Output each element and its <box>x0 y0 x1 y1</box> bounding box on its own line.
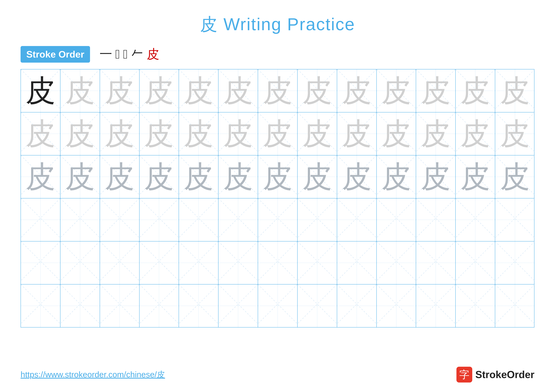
grid-cell-r3c7[interactable]: 皮 <box>258 156 298 198</box>
grid-cell-r3c10[interactable]: 皮 <box>377 156 416 198</box>
grid-row-2: 皮 皮 皮 皮 皮 皮 皮 皮 皮 皮 皮 皮 皮 <box>21 112 534 156</box>
grid-cell-r6c3[interactable] <box>100 285 139 327</box>
grid-cell-r2c1[interactable]: 皮 <box>21 112 60 155</box>
grid-cell-r3c9[interactable]: 皮 <box>337 156 377 198</box>
grid-cell-r6c4[interactable] <box>139 285 179 327</box>
grid-cell-r2c8[interactable]: 皮 <box>298 112 337 155</box>
grid-cell-r4c10[interactable] <box>377 199 416 241</box>
grid-cell-r6c1[interactable] <box>21 285 60 327</box>
grid-cell-r2c7[interactable]: 皮 <box>258 112 298 155</box>
svg-line-143 <box>258 285 297 324</box>
grid-cell-r4c4[interactable] <box>139 199 179 241</box>
svg-line-107 <box>60 242 100 281</box>
grid-cell-r1c6[interactable]: 皮 <box>219 69 258 112</box>
svg-line-122 <box>377 242 416 281</box>
grid-cell-r2c5[interactable]: 皮 <box>179 112 219 155</box>
grid-cell-r6c8[interactable] <box>298 285 337 327</box>
grid-cell-r6c12[interactable] <box>456 285 495 327</box>
grid-cell-r4c8[interactable] <box>298 199 337 241</box>
grid-cell-r2c2[interactable]: 皮 <box>60 112 100 155</box>
svg-line-152 <box>456 285 495 324</box>
grid-cell-r5c12[interactable] <box>456 242 495 284</box>
grid-cell-r5c8[interactable] <box>298 242 337 284</box>
grid-cell-r5c9[interactable] <box>337 242 377 284</box>
grid-cell-r4c12[interactable] <box>456 199 495 241</box>
grid-cell-r5c5[interactable] <box>179 242 219 284</box>
char-guide-faint: 皮 <box>342 162 372 192</box>
grid-cell-r1c13[interactable]: 皮 <box>495 69 535 112</box>
grid-cell-r6c7[interactable] <box>258 285 298 327</box>
grid-cell-r3c1[interactable]: 皮 <box>21 156 60 198</box>
grid-cell-r6c10[interactable] <box>377 285 416 327</box>
grid-cell-r2c9[interactable]: 皮 <box>337 112 377 155</box>
strokeorder-logo-text: StrokeOrder <box>475 369 534 380</box>
grid-cell-r1c4[interactable]: 皮 <box>139 69 179 112</box>
grid-cell-r5c4[interactable] <box>139 242 179 284</box>
grid-cell-r4c2[interactable] <box>60 199 100 241</box>
svg-line-110 <box>139 242 179 281</box>
grid-cell-r1c3[interactable]: 皮 <box>100 69 139 112</box>
grid-cell-r5c6[interactable] <box>219 242 258 284</box>
grid-cell-r5c1[interactable] <box>21 242 60 284</box>
stroke-step-2: 𠃌 <box>115 47 120 62</box>
grid-row-3: 皮 皮 皮 皮 皮 皮 皮 皮 皮 皮 皮 皮 皮 <box>21 156 534 199</box>
grid-row-6 <box>21 285 534 327</box>
grid-cell-r2c11[interactable]: 皮 <box>416 112 456 155</box>
char-guide: 皮 <box>144 76 174 106</box>
grid-cell-r3c8[interactable]: 皮 <box>298 156 337 198</box>
grid-cell-r4c3[interactable] <box>100 199 139 241</box>
grid-cell-r2c3[interactable]: 皮 <box>100 112 139 155</box>
grid-cell-r1c9[interactable]: 皮 <box>337 69 377 112</box>
grid-cell-r5c2[interactable] <box>60 242 100 284</box>
grid-cell-r1c8[interactable]: 皮 <box>298 69 337 112</box>
grid-cell-r1c1[interactable]: 皮 <box>21 69 60 112</box>
grid-cell-r3c5[interactable]: 皮 <box>179 156 219 198</box>
svg-line-124 <box>416 242 455 281</box>
grid-cell-r5c11[interactable] <box>416 242 456 284</box>
grid-cell-r4c5[interactable] <box>179 199 219 241</box>
grid-cell-r2c6[interactable]: 皮 <box>219 112 258 155</box>
grid-cell-r3c12[interactable]: 皮 <box>456 156 495 198</box>
grid-cell-r6c9[interactable] <box>337 285 377 327</box>
grid-cell-r4c7[interactable] <box>258 199 298 241</box>
grid-cell-r6c13[interactable] <box>495 285 535 327</box>
grid-cell-r5c7[interactable] <box>258 242 298 284</box>
grid-cell-r2c13[interactable]: 皮 <box>495 112 535 155</box>
footer-url-link[interactable]: https://www.strokeorder.com/chinese/皮 <box>21 369 165 380</box>
svg-line-154 <box>495 285 535 324</box>
grid-cell-r5c13[interactable] <box>495 242 535 284</box>
svg-line-106 <box>60 242 100 281</box>
svg-line-83 <box>100 199 139 238</box>
grid-cell-r3c3[interactable]: 皮 <box>100 156 139 198</box>
char-guide: 皮 <box>263 76 293 106</box>
grid-cell-r1c2[interactable]: 皮 <box>60 69 100 112</box>
svg-line-116 <box>258 242 297 281</box>
grid-cell-r3c13[interactable]: 皮 <box>495 156 535 198</box>
grid-cell-r1c11[interactable]: 皮 <box>416 69 456 112</box>
grid-cell-r3c4[interactable]: 皮 <box>139 156 179 198</box>
grid-row-5 <box>21 242 534 285</box>
svg-line-132 <box>60 285 100 324</box>
grid-cell-r2c4[interactable]: 皮 <box>139 112 179 155</box>
grid-cell-r5c10[interactable] <box>377 242 416 284</box>
grid-cell-r4c9[interactable] <box>337 199 377 241</box>
grid-cell-r5c3[interactable] <box>100 242 139 284</box>
grid-cell-r1c5[interactable]: 皮 <box>179 69 219 112</box>
grid-cell-r2c10[interactable]: 皮 <box>377 112 416 155</box>
grid-cell-r3c2[interactable]: 皮 <box>60 156 100 198</box>
grid-cell-r1c10[interactable]: 皮 <box>377 69 416 112</box>
grid-cell-r1c7[interactable]: 皮 <box>258 69 298 112</box>
grid-cell-r4c13[interactable] <box>495 199 535 241</box>
grid-cell-r4c11[interactable] <box>416 199 456 241</box>
grid-cell-r2c12[interactable]: 皮 <box>456 112 495 155</box>
grid-cell-r1c12[interactable]: 皮 <box>456 69 495 112</box>
grid-cell-r3c6[interactable]: 皮 <box>219 156 258 198</box>
grid-cell-r6c6[interactable] <box>219 285 258 327</box>
grid-cell-r4c1[interactable] <box>21 199 60 241</box>
svg-line-102 <box>495 199 535 238</box>
grid-cell-r6c5[interactable] <box>179 285 219 327</box>
grid-cell-r6c2[interactable] <box>60 285 100 327</box>
grid-cell-r3c11[interactable]: 皮 <box>416 156 456 198</box>
grid-cell-r4c6[interactable] <box>219 199 258 241</box>
grid-cell-r6c11[interactable] <box>416 285 456 327</box>
